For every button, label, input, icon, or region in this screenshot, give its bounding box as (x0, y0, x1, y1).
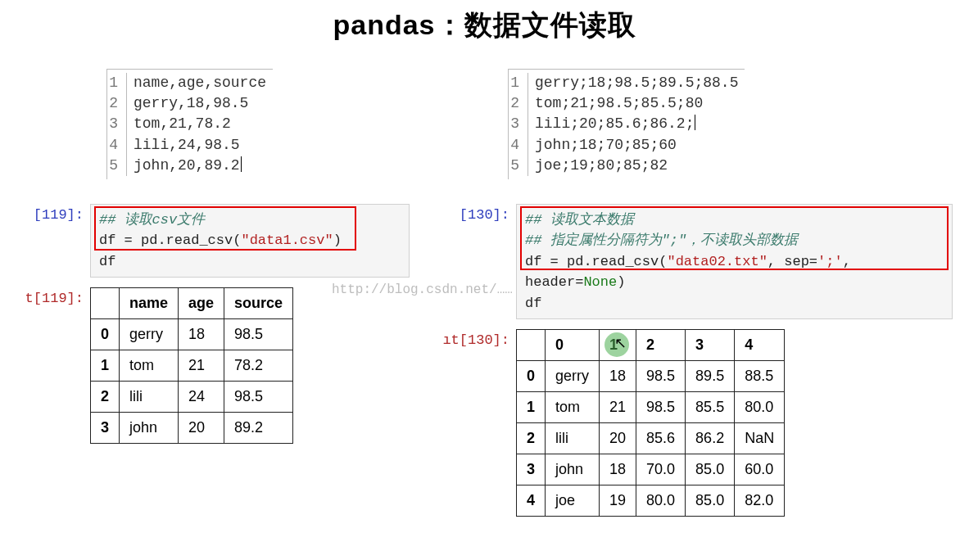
left-code-comment: ## 读取csv文件 (99, 212, 205, 228)
right-input-prompt: [130]: (442, 204, 516, 223)
cursor-icon: ↖ (614, 334, 627, 352)
right-code-comment-1: ## 读取文本数据 (525, 212, 634, 228)
left-file-listing: 1name,age,source2gerry,18,98.53tom,21,78… (106, 69, 273, 179)
right-code-comment-2: ## 指定属性分隔符为";"，不读取头部数据 (525, 233, 798, 248)
left-output-prompt: t[119]: (16, 287, 90, 444)
page-title: pandas：数据文件读取 (0, 7, 969, 44)
left-input-prompt: [119]: (16, 204, 90, 223)
right-output-prompt: ıt[130]: (442, 329, 516, 517)
right-code-cell[interactable]: ## 读取文本数据 ## 指定属性分隔符为";"，不读取头部数据 df = pd… (516, 204, 953, 320)
left-code-cell[interactable]: ## 读取csv文件 df = pd.read_csv("data1.csv")… (90, 204, 410, 278)
left-dataframe: nameagesource0gerry1898.51tom2178.22lili… (90, 287, 293, 444)
right-file-listing: 1gerry;18;98.5;89.5;88.52tom;21;98.5;85.… (508, 69, 745, 179)
right-dataframe: 012340gerry1898.589.588.51tom2198.585.58… (516, 329, 785, 517)
